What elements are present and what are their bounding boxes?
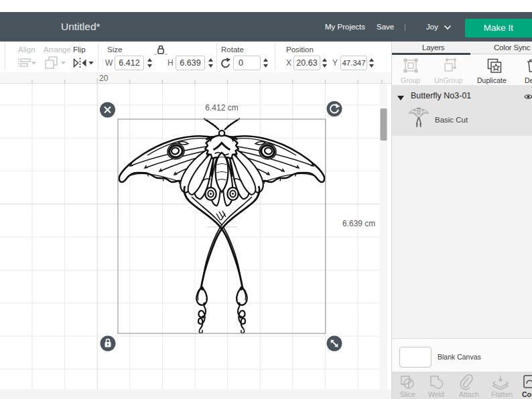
svg-text:20: 20 [99,74,109,83]
svg-text:6.639 cm: 6.639 cm [342,219,375,228]
svg-text:6.412 cm: 6.412 cm [205,103,238,112]
